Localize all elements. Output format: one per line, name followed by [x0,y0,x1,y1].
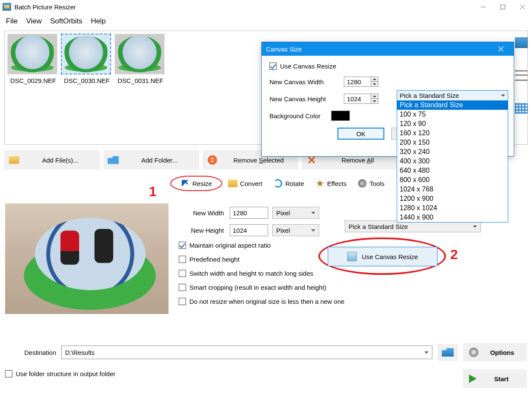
titlebar: Batch Picture Resizer [0,0,532,14]
tab-rotate[interactable]: Rotate [268,176,309,191]
dropdown-item[interactable]: 160 x 120 [397,128,508,138]
remove-all-icon [307,156,316,164]
chevron-down-icon [473,226,477,228]
close-button[interactable] [512,0,532,14]
add-files-button[interactable]: Add File(s)... [4,150,100,170]
dropdown-item[interactable]: 320 x 240 [397,147,508,157]
dialog-title: Canvas Size [266,46,302,53]
maintain-ratio-checkbox[interactable] [179,242,186,249]
canvas-width-label: New Canvas Width [269,78,344,86]
menubar: File View SoftOrbits Help [0,14,532,31]
destination-input[interactable]: D:\Results [61,345,432,359]
svg-rect-1 [501,5,505,9]
spin-down-button[interactable] [371,99,378,103]
tab-effects[interactable]: Effects [310,176,352,191]
chevron-down-icon [311,229,315,231]
resize-icon [181,179,189,188]
use-canvas-resize-checkbox[interactable] [269,63,277,70]
use-folder-structure-checkbox[interactable] [5,370,12,377]
predefined-height-label: Predefined height [189,256,240,263]
folder-icon [108,156,119,164]
dropdown-item[interactable]: 400 x 300 [397,157,508,166]
tab-convert[interactable]: Convert [223,176,268,191]
new-width-label: New Width [179,209,230,217]
dialog-titlebar: Canvas Size [262,42,514,56]
menu-file[interactable]: File [2,15,22,27]
dialog-close-button[interactable] [492,46,509,53]
menu-help[interactable]: Help [87,15,110,27]
dropdown-item[interactable]: 640 x 480 [397,166,508,175]
standard-size-dropdown: Pick a Standard Size Pick a Standard Siz… [397,90,508,223]
no-upscale-label: Do not resize when original size is less… [189,298,344,305]
bg-color-swatch[interactable] [331,111,350,121]
dropdown-item[interactable]: 1200 x 900 [397,194,508,203]
dropdown-item[interactable]: 1024 x 768 [397,185,508,194]
bg-color-label: Background Color [269,112,331,120]
gear-icon [469,348,478,357]
minimize-button[interactable] [473,0,493,14]
start-button[interactable]: Start [463,369,527,388]
play-icon [469,374,477,383]
chevron-down-icon [311,212,315,214]
canvas-height-input[interactable] [344,94,371,104]
height-unit-select[interactable]: Pixel [272,224,319,236]
ok-button[interactable]: OK [338,128,384,140]
thumbnail-item[interactable]: DSC_0031.NEF [114,34,166,84]
tab-tools[interactable]: Tools [352,176,389,191]
sidebar-icon-grid[interactable] [515,103,528,114]
dropdown-item[interactable]: 100 x 75 [397,110,508,119]
use-canvas-resize-button[interactable]: Use Canvas Resize [328,247,438,266]
canvas-icon [347,252,357,261]
convert-icon [228,180,237,187]
menu-softorbits[interactable]: SoftOrbits [46,15,87,27]
folder-icon [442,348,454,357]
thumbnail-item[interactable]: DSC_0030.NEF [61,34,113,84]
thumbnail-label: DSC_0029.NEF [7,77,59,84]
app-icon [3,3,11,11]
spin-up-button[interactable] [371,94,378,99]
dropdown-item[interactable]: 200 x 150 [397,138,508,147]
spin-up-button[interactable] [371,77,378,82]
switch-sides-checkbox[interactable] [179,270,186,277]
browse-button[interactable] [438,344,458,361]
thumbnail-label: DSC_0031.NEF [114,77,166,84]
bottom-bar: Destination D:\Results Options Use folde… [5,343,527,388]
sidebar-icon-1[interactable] [515,37,528,48]
smart-cropping-label: Smart cropping (result in exact width an… [189,284,326,291]
no-upscale-checkbox[interactable] [179,298,186,305]
use-folder-structure-label: Use folder structure in output folder [16,370,115,377]
maintain-ratio-label: Maintain original aspect ratio [189,242,271,249]
dropdown-item[interactable]: 1440 x 900 [397,213,508,222]
menu-view[interactable]: View [22,15,46,27]
dropdown-item[interactable]: 1280 x 1024 [397,203,508,213]
app-title: Batch Picture Resizer [14,3,76,11]
new-width-input[interactable] [230,207,268,219]
chevron-down-icon [424,351,429,354]
file-icon [9,156,19,164]
destination-label: Destination [5,349,56,356]
dropdown-header[interactable]: Pick a Standard Size [397,90,508,100]
maximize-button[interactable] [493,0,512,14]
new-height-label: New Height [179,227,230,234]
smart-cropping-checkbox[interactable] [179,284,186,291]
switch-sides-label: Switch width and height to match long si… [189,270,313,277]
width-unit-select[interactable]: Pixel [272,207,319,219]
thumbnail-label: DSC_0030.NEF [61,77,113,84]
canvas-width-input[interactable] [344,77,371,87]
dropdown-item[interactable]: 120 x 90 [397,119,508,128]
dropdown-item[interactable]: 800 x 600 [397,175,508,185]
rotate-icon [274,179,282,188]
remove-icon [208,155,217,165]
tools-icon [358,179,366,188]
predefined-height-checkbox[interactable] [179,256,186,263]
dropdown-item[interactable]: Pick a Standard Size [397,100,508,110]
effects-icon [316,180,324,187]
tab-resize[interactable]: Resize [170,176,222,191]
sidebar-icon-list[interactable] [515,70,528,81]
options-button[interactable]: Options [463,343,527,362]
spin-down-button[interactable] [371,82,378,86]
thumbnail-item[interactable]: DSC_0029.NEF [7,34,59,84]
annotation-1: 1 [149,184,157,200]
add-folder-button[interactable]: Add Folder... [103,150,199,170]
new-height-input[interactable] [230,224,268,236]
